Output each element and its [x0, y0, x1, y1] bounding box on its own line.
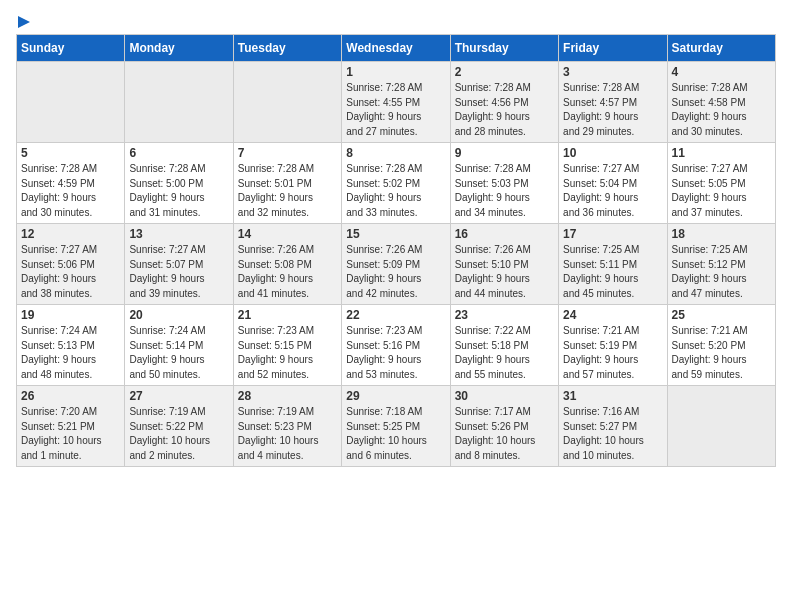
day-number: 12 — [21, 227, 120, 241]
day-info: Sunrise: 7:28 AM Sunset: 5:01 PM Dayligh… — [238, 162, 337, 220]
day-info: Sunrise: 7:26 AM Sunset: 5:08 PM Dayligh… — [238, 243, 337, 301]
day-info: Sunrise: 7:26 AM Sunset: 5:09 PM Dayligh… — [346, 243, 445, 301]
day-number: 18 — [672, 227, 771, 241]
day-info: Sunrise: 7:27 AM Sunset: 5:04 PM Dayligh… — [563, 162, 662, 220]
day-number: 2 — [455, 65, 554, 79]
calendar-cell: 13Sunrise: 7:27 AM Sunset: 5:07 PM Dayli… — [125, 224, 233, 305]
day-info: Sunrise: 7:17 AM Sunset: 5:26 PM Dayligh… — [455, 405, 554, 463]
day-number: 28 — [238, 389, 337, 403]
weekday-header: Friday — [559, 35, 667, 62]
calendar-cell: 22Sunrise: 7:23 AM Sunset: 5:16 PM Dayli… — [342, 305, 450, 386]
day-info: Sunrise: 7:22 AM Sunset: 5:18 PM Dayligh… — [455, 324, 554, 382]
day-number: 24 — [563, 308, 662, 322]
calendar-week-row: 26Sunrise: 7:20 AM Sunset: 5:21 PM Dayli… — [17, 386, 776, 467]
day-info: Sunrise: 7:24 AM Sunset: 5:13 PM Dayligh… — [21, 324, 120, 382]
calendar-cell: 25Sunrise: 7:21 AM Sunset: 5:20 PM Dayli… — [667, 305, 775, 386]
day-info: Sunrise: 7:28 AM Sunset: 5:02 PM Dayligh… — [346, 162, 445, 220]
calendar-cell: 7Sunrise: 7:28 AM Sunset: 5:01 PM Daylig… — [233, 143, 341, 224]
calendar-cell: 28Sunrise: 7:19 AM Sunset: 5:23 PM Dayli… — [233, 386, 341, 467]
day-number: 26 — [21, 389, 120, 403]
calendar-cell: 19Sunrise: 7:24 AM Sunset: 5:13 PM Dayli… — [17, 305, 125, 386]
day-number: 9 — [455, 146, 554, 160]
page-container: SundayMondayTuesdayWednesdayThursdayFrid… — [0, 0, 792, 477]
calendar-cell: 27Sunrise: 7:19 AM Sunset: 5:22 PM Dayli… — [125, 386, 233, 467]
day-info: Sunrise: 7:27 AM Sunset: 5:06 PM Dayligh… — [21, 243, 120, 301]
day-info: Sunrise: 7:23 AM Sunset: 5:16 PM Dayligh… — [346, 324, 445, 382]
header — [16, 16, 776, 28]
calendar-cell: 30Sunrise: 7:17 AM Sunset: 5:26 PM Dayli… — [450, 386, 558, 467]
calendar-cell: 12Sunrise: 7:27 AM Sunset: 5:06 PM Dayli… — [17, 224, 125, 305]
day-info: Sunrise: 7:28 AM Sunset: 4:55 PM Dayligh… — [346, 81, 445, 139]
calendar-week-row: 19Sunrise: 7:24 AM Sunset: 5:13 PM Dayli… — [17, 305, 776, 386]
weekday-header: Monday — [125, 35, 233, 62]
day-number: 19 — [21, 308, 120, 322]
day-number: 17 — [563, 227, 662, 241]
calendar-cell — [667, 386, 775, 467]
calendar-cell: 31Sunrise: 7:16 AM Sunset: 5:27 PM Dayli… — [559, 386, 667, 467]
calendar-week-row: 5Sunrise: 7:28 AM Sunset: 4:59 PM Daylig… — [17, 143, 776, 224]
calendar-header-row: SundayMondayTuesdayWednesdayThursdayFrid… — [17, 35, 776, 62]
calendar-week-row: 1Sunrise: 7:28 AM Sunset: 4:55 PM Daylig… — [17, 62, 776, 143]
weekday-header: Sunday — [17, 35, 125, 62]
day-info: Sunrise: 7:23 AM Sunset: 5:15 PM Dayligh… — [238, 324, 337, 382]
calendar-cell: 10Sunrise: 7:27 AM Sunset: 5:04 PM Dayli… — [559, 143, 667, 224]
calendar-cell: 3Sunrise: 7:28 AM Sunset: 4:57 PM Daylig… — [559, 62, 667, 143]
day-info: Sunrise: 7:21 AM Sunset: 5:19 PM Dayligh… — [563, 324, 662, 382]
day-info: Sunrise: 7:28 AM Sunset: 5:03 PM Dayligh… — [455, 162, 554, 220]
day-number: 11 — [672, 146, 771, 160]
day-info: Sunrise: 7:28 AM Sunset: 4:57 PM Dayligh… — [563, 81, 662, 139]
day-info: Sunrise: 7:24 AM Sunset: 5:14 PM Dayligh… — [129, 324, 228, 382]
calendar-cell: 8Sunrise: 7:28 AM Sunset: 5:02 PM Daylig… — [342, 143, 450, 224]
day-number: 1 — [346, 65, 445, 79]
calendar-cell — [125, 62, 233, 143]
calendar-week-row: 12Sunrise: 7:27 AM Sunset: 5:06 PM Dayli… — [17, 224, 776, 305]
calendar-cell: 6Sunrise: 7:28 AM Sunset: 5:00 PM Daylig… — [125, 143, 233, 224]
calendar-table: SundayMondayTuesdayWednesdayThursdayFrid… — [16, 34, 776, 467]
calendar-cell: 16Sunrise: 7:26 AM Sunset: 5:10 PM Dayli… — [450, 224, 558, 305]
day-number: 16 — [455, 227, 554, 241]
weekday-header: Thursday — [450, 35, 558, 62]
weekday-header: Saturday — [667, 35, 775, 62]
calendar-cell: 14Sunrise: 7:26 AM Sunset: 5:08 PM Dayli… — [233, 224, 341, 305]
calendar-cell: 15Sunrise: 7:26 AM Sunset: 5:09 PM Dayli… — [342, 224, 450, 305]
day-info: Sunrise: 7:20 AM Sunset: 5:21 PM Dayligh… — [21, 405, 120, 463]
day-info: Sunrise: 7:27 AM Sunset: 5:07 PM Dayligh… — [129, 243, 228, 301]
day-number: 31 — [563, 389, 662, 403]
weekday-header: Tuesday — [233, 35, 341, 62]
calendar-cell: 11Sunrise: 7:27 AM Sunset: 5:05 PM Dayli… — [667, 143, 775, 224]
day-number: 23 — [455, 308, 554, 322]
day-info: Sunrise: 7:19 AM Sunset: 5:22 PM Dayligh… — [129, 405, 228, 463]
day-info: Sunrise: 7:28 AM Sunset: 4:56 PM Dayligh… — [455, 81, 554, 139]
logo — [16, 16, 30, 28]
day-info: Sunrise: 7:18 AM Sunset: 5:25 PM Dayligh… — [346, 405, 445, 463]
day-number: 6 — [129, 146, 228, 160]
calendar-cell: 5Sunrise: 7:28 AM Sunset: 4:59 PM Daylig… — [17, 143, 125, 224]
calendar-cell: 4Sunrise: 7:28 AM Sunset: 4:58 PM Daylig… — [667, 62, 775, 143]
day-number: 7 — [238, 146, 337, 160]
day-info: Sunrise: 7:28 AM Sunset: 4:59 PM Dayligh… — [21, 162, 120, 220]
day-number: 25 — [672, 308, 771, 322]
calendar-cell: 2Sunrise: 7:28 AM Sunset: 4:56 PM Daylig… — [450, 62, 558, 143]
day-number: 3 — [563, 65, 662, 79]
calendar-cell: 9Sunrise: 7:28 AM Sunset: 5:03 PM Daylig… — [450, 143, 558, 224]
calendar-cell: 26Sunrise: 7:20 AM Sunset: 5:21 PM Dayli… — [17, 386, 125, 467]
day-info: Sunrise: 7:28 AM Sunset: 4:58 PM Dayligh… — [672, 81, 771, 139]
day-number: 30 — [455, 389, 554, 403]
calendar-cell: 23Sunrise: 7:22 AM Sunset: 5:18 PM Dayli… — [450, 305, 558, 386]
calendar-cell: 17Sunrise: 7:25 AM Sunset: 5:11 PM Dayli… — [559, 224, 667, 305]
day-number: 15 — [346, 227, 445, 241]
day-info: Sunrise: 7:28 AM Sunset: 5:00 PM Dayligh… — [129, 162, 228, 220]
calendar-cell: 29Sunrise: 7:18 AM Sunset: 5:25 PM Dayli… — [342, 386, 450, 467]
day-number: 27 — [129, 389, 228, 403]
calendar-cell: 1Sunrise: 7:28 AM Sunset: 4:55 PM Daylig… — [342, 62, 450, 143]
day-number: 21 — [238, 308, 337, 322]
weekday-header: Wednesday — [342, 35, 450, 62]
day-info: Sunrise: 7:21 AM Sunset: 5:20 PM Dayligh… — [672, 324, 771, 382]
day-number: 5 — [21, 146, 120, 160]
calendar-cell — [233, 62, 341, 143]
calendar-cell: 20Sunrise: 7:24 AM Sunset: 5:14 PM Dayli… — [125, 305, 233, 386]
day-number: 4 — [672, 65, 771, 79]
day-info: Sunrise: 7:25 AM Sunset: 5:11 PM Dayligh… — [563, 243, 662, 301]
calendar-cell: 18Sunrise: 7:25 AM Sunset: 5:12 PM Dayli… — [667, 224, 775, 305]
day-info: Sunrise: 7:26 AM Sunset: 5:10 PM Dayligh… — [455, 243, 554, 301]
